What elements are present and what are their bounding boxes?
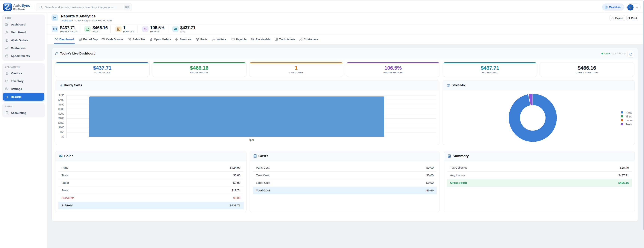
svg-text:Parts: Parts bbox=[626, 111, 632, 114]
svg-text:Labor: Labor bbox=[626, 119, 633, 122]
svg-text:Tires: Tires bbox=[626, 115, 632, 118]
svg-text:Fees: Fees bbox=[626, 123, 632, 126]
